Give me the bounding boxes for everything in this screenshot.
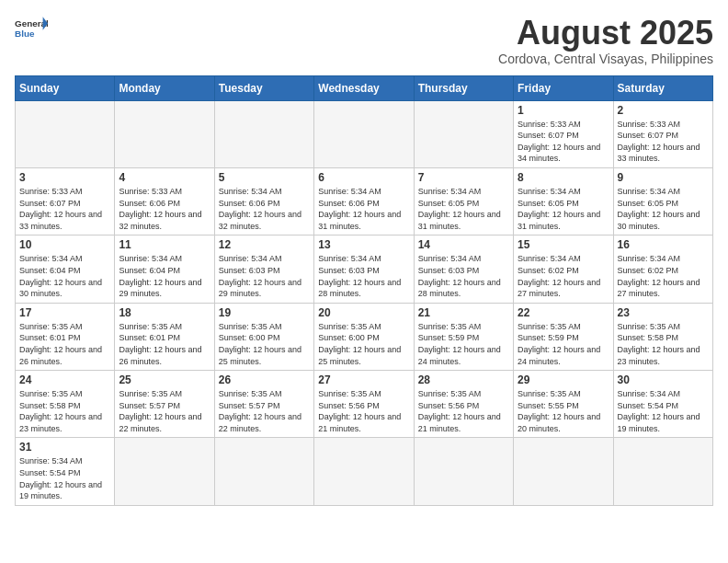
day-number: 18 xyxy=(119,306,210,319)
day-number: 4 xyxy=(119,171,210,184)
calendar-cell: 18Sunrise: 5:35 AM Sunset: 6:01 PM Dayli… xyxy=(115,303,214,370)
calendar-cell: 16Sunrise: 5:34 AM Sunset: 6:02 PM Dayli… xyxy=(613,236,712,303)
day-info: Sunrise: 5:34 AM Sunset: 6:04 PM Dayligh… xyxy=(19,253,110,299)
title-section: August 2025 Cordova, Central Visayas, Ph… xyxy=(498,15,713,66)
calendar-cell: 26Sunrise: 5:35 AM Sunset: 5:57 PM Dayli… xyxy=(214,371,313,438)
day-number: 17 xyxy=(19,306,110,319)
day-number: 20 xyxy=(318,306,409,319)
calendar-cell: 24Sunrise: 5:35 AM Sunset: 5:58 PM Dayli… xyxy=(16,371,115,438)
calendar-cell xyxy=(414,438,513,505)
calendar-cell: 25Sunrise: 5:35 AM Sunset: 5:57 PM Dayli… xyxy=(115,371,214,438)
day-info: Sunrise: 5:34 AM Sunset: 6:03 PM Dayligh… xyxy=(418,253,509,299)
day-number: 3 xyxy=(19,171,110,184)
day-number: 31 xyxy=(19,441,110,454)
day-info: Sunrise: 5:35 AM Sunset: 6:01 PM Dayligh… xyxy=(119,321,210,367)
calendar-week-row: 31Sunrise: 5:34 AM Sunset: 5:54 PM Dayli… xyxy=(16,438,713,505)
calendar-cell: 29Sunrise: 5:35 AM Sunset: 5:55 PM Dayli… xyxy=(514,371,613,438)
day-number: 1 xyxy=(518,104,609,117)
day-info: Sunrise: 5:35 AM Sunset: 5:57 PM Dayligh… xyxy=(119,388,210,434)
calendar-cell: 19Sunrise: 5:35 AM Sunset: 6:00 PM Dayli… xyxy=(214,303,313,370)
day-number: 13 xyxy=(318,238,409,251)
weekday-header-tuesday: Tuesday xyxy=(214,75,313,100)
day-info: Sunrise: 5:33 AM Sunset: 6:06 PM Dayligh… xyxy=(119,186,210,232)
calendar-table: SundayMondayTuesdayWednesdayThursdayFrid… xyxy=(15,75,713,506)
day-info: Sunrise: 5:33 AM Sunset: 6:07 PM Dayligh… xyxy=(19,186,110,232)
calendar-week-row: 24Sunrise: 5:35 AM Sunset: 5:58 PM Dayli… xyxy=(16,371,713,438)
day-number: 30 xyxy=(618,373,709,386)
day-info: Sunrise: 5:35 AM Sunset: 5:59 PM Dayligh… xyxy=(518,321,609,367)
day-number: 5 xyxy=(219,171,310,184)
day-number: 6 xyxy=(318,171,409,184)
calendar-week-row: 10Sunrise: 5:34 AM Sunset: 6:04 PM Dayli… xyxy=(16,236,713,303)
day-info: Sunrise: 5:35 AM Sunset: 5:57 PM Dayligh… xyxy=(219,388,310,434)
day-number: 14 xyxy=(418,238,509,251)
weekday-header-saturday: Saturday xyxy=(613,75,712,100)
generalblue-logo-icon: General Blue xyxy=(15,15,48,40)
calendar-cell: 12Sunrise: 5:34 AM Sunset: 6:03 PM Dayli… xyxy=(214,236,313,303)
calendar-cell xyxy=(414,100,513,167)
calendar-cell xyxy=(613,438,712,505)
day-number: 28 xyxy=(418,373,509,386)
calendar-cell xyxy=(115,438,214,505)
day-info: Sunrise: 5:34 AM Sunset: 5:54 PM Dayligh… xyxy=(618,388,709,434)
day-info: Sunrise: 5:34 AM Sunset: 6:05 PM Dayligh… xyxy=(618,186,709,232)
calendar-cell xyxy=(514,438,613,505)
day-number: 16 xyxy=(618,238,709,251)
calendar-cell: 17Sunrise: 5:35 AM Sunset: 6:01 PM Dayli… xyxy=(16,303,115,370)
day-info: Sunrise: 5:35 AM Sunset: 6:01 PM Dayligh… xyxy=(19,321,110,367)
day-info: Sunrise: 5:35 AM Sunset: 5:55 PM Dayligh… xyxy=(518,388,609,434)
day-number: 11 xyxy=(119,238,210,251)
calendar-cell: 30Sunrise: 5:34 AM Sunset: 5:54 PM Dayli… xyxy=(613,371,712,438)
day-number: 7 xyxy=(418,171,509,184)
day-number: 19 xyxy=(219,306,310,319)
calendar-cell: 7Sunrise: 5:34 AM Sunset: 6:05 PM Daylig… xyxy=(414,167,513,235)
day-info: Sunrise: 5:34 AM Sunset: 6:05 PM Dayligh… xyxy=(518,186,609,232)
calendar-cell: 2Sunrise: 5:33 AM Sunset: 6:07 PM Daylig… xyxy=(613,100,712,167)
day-info: Sunrise: 5:34 AM Sunset: 6:05 PM Dayligh… xyxy=(418,186,509,232)
day-info: Sunrise: 5:34 AM Sunset: 6:06 PM Dayligh… xyxy=(219,186,310,232)
calendar-cell: 27Sunrise: 5:35 AM Sunset: 5:56 PM Dayli… xyxy=(314,371,414,438)
day-number: 27 xyxy=(318,373,409,386)
day-info: Sunrise: 5:35 AM Sunset: 6:00 PM Dayligh… xyxy=(318,321,409,367)
calendar-cell: 9Sunrise: 5:34 AM Sunset: 6:05 PM Daylig… xyxy=(613,167,712,235)
calendar-cell: 22Sunrise: 5:35 AM Sunset: 5:59 PM Dayli… xyxy=(514,303,613,370)
calendar-cell: 23Sunrise: 5:35 AM Sunset: 5:58 PM Dayli… xyxy=(613,303,712,370)
calendar-cell: 15Sunrise: 5:34 AM Sunset: 6:02 PM Dayli… xyxy=(514,236,613,303)
calendar-cell: 1Sunrise: 5:33 AM Sunset: 6:07 PM Daylig… xyxy=(514,100,613,167)
day-number: 26 xyxy=(219,373,310,386)
day-info: Sunrise: 5:34 AM Sunset: 6:03 PM Dayligh… xyxy=(219,253,310,299)
calendar-cell: 20Sunrise: 5:35 AM Sunset: 6:00 PM Dayli… xyxy=(314,303,414,370)
calendar-week-row: 3Sunrise: 5:33 AM Sunset: 6:07 PM Daylig… xyxy=(16,167,713,235)
day-info: Sunrise: 5:35 AM Sunset: 5:58 PM Dayligh… xyxy=(19,388,110,434)
day-number: 24 xyxy=(19,373,110,386)
calendar-cell: 21Sunrise: 5:35 AM Sunset: 5:59 PM Dayli… xyxy=(414,303,513,370)
page-header: General Blue August 2025 Cordova, Centra… xyxy=(15,15,713,66)
day-number: 25 xyxy=(119,373,210,386)
weekday-header-sunday: Sunday xyxy=(16,75,115,100)
day-info: Sunrise: 5:33 AM Sunset: 6:07 PM Dayligh… xyxy=(618,119,709,165)
day-number: 21 xyxy=(418,306,509,319)
calendar-cell xyxy=(16,100,115,167)
day-number: 9 xyxy=(618,171,709,184)
weekday-header-thursday: Thursday xyxy=(414,75,513,100)
calendar-cell: 13Sunrise: 5:34 AM Sunset: 6:03 PM Dayli… xyxy=(314,236,414,303)
calendar-cell: 11Sunrise: 5:34 AM Sunset: 6:04 PM Dayli… xyxy=(115,236,214,303)
day-number: 8 xyxy=(518,171,609,184)
day-number: 2 xyxy=(618,104,709,117)
weekday-header-monday: Monday xyxy=(115,75,214,100)
calendar-cell: 4Sunrise: 5:33 AM Sunset: 6:06 PM Daylig… xyxy=(115,167,214,235)
calendar-cell: 31Sunrise: 5:34 AM Sunset: 5:54 PM Dayli… xyxy=(16,438,115,505)
month-year-title: August 2025 xyxy=(498,15,713,52)
calendar-cell xyxy=(314,438,414,505)
day-info: Sunrise: 5:35 AM Sunset: 6:00 PM Dayligh… xyxy=(219,321,310,367)
day-info: Sunrise: 5:34 AM Sunset: 6:03 PM Dayligh… xyxy=(318,253,409,299)
day-info: Sunrise: 5:33 AM Sunset: 6:07 PM Dayligh… xyxy=(518,119,609,165)
day-number: 10 xyxy=(19,238,110,251)
day-info: Sunrise: 5:35 AM Sunset: 5:56 PM Dayligh… xyxy=(318,388,409,434)
weekday-header-row: SundayMondayTuesdayWednesdayThursdayFrid… xyxy=(16,75,713,100)
calendar-cell: 8Sunrise: 5:34 AM Sunset: 6:05 PM Daylig… xyxy=(514,167,613,235)
location-subtitle: Cordova, Central Visayas, Philippines xyxy=(498,52,713,66)
calendar-cell xyxy=(214,100,313,167)
day-info: Sunrise: 5:34 AM Sunset: 6:04 PM Dayligh… xyxy=(119,253,210,299)
calendar-cell: 14Sunrise: 5:34 AM Sunset: 6:03 PM Dayli… xyxy=(414,236,513,303)
